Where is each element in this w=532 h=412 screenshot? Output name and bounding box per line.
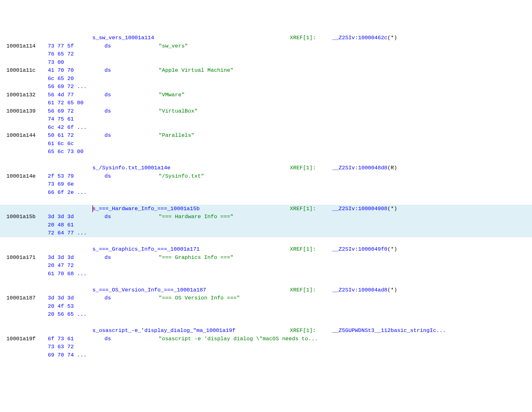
symbol-label[interactable]: s_sw_vers_10001a114: [92, 34, 154, 42]
hex-bytes: 3d 3d 3d: [48, 294, 92, 302]
hex-bytes: 61 6c 6c: [48, 140, 92, 148]
data-row[interactable]: 10001a14e2f 53 79ds"/Sysinfo.txt": [0, 172, 532, 180]
hex-bytes: 73 69 6e: [48, 180, 92, 188]
string-operand[interactable]: "VMware": [159, 92, 185, 98]
string-operand[interactable]: "=== OS Version Info ===": [159, 295, 240, 301]
address[interactable]: 10001a14e: [6, 172, 48, 180]
ellipsis-icon: ...: [77, 124, 87, 130]
data-row[interactable]: 10001a19f6f 73 61ds"osascript -e 'displa…: [0, 335, 532, 343]
bytes-continuation-row: 56 69 72 ...: [0, 83, 532, 91]
label-row[interactable]: s_sw_vers_10001a114XREF[1]: __Z2SIv:1000…: [0, 34, 532, 42]
address[interactable]: 10001a15b: [6, 213, 48, 221]
mnemonic: ds: [104, 294, 159, 302]
mnemonic: ds: [104, 335, 159, 343]
data-row[interactable]: 10001a11473 77 5fds"sw_vers": [0, 42, 532, 50]
string-operand[interactable]: "=== Hardware Info ===": [159, 214, 234, 220]
hex-bytes: 3d 3d 3d: [48, 213, 92, 221]
ellipsis-icon: ...: [77, 189, 87, 195]
hex-bytes: 6c 65 20: [48, 75, 92, 83]
symbol-label[interactable]: s_osascript_-e_'display_dialog_"ma_10001…: [92, 327, 235, 335]
mnemonic: ds: [104, 213, 159, 221]
bytes-continuation-row: 69 70 74 ...: [0, 351, 532, 359]
xref-target[interactable]: __Z2SIv:1000049f0: [332, 246, 387, 252]
address[interactable]: 10001a19f: [6, 335, 48, 343]
address[interactable]: 10001a144: [6, 131, 48, 140]
bytes-cell: [48, 205, 92, 213]
mnemonic: ds: [104, 131, 159, 140]
symbol-label[interactable]: s_===_Graphics_Info_===_10001a171: [92, 245, 200, 254]
blank-row: [0, 156, 532, 164]
hex-bytes: 3d 3d 3d: [48, 254, 92, 262]
data-row[interactable]: 10001a1713d 3d 3dds"=== Graphics Info ==…: [0, 254, 532, 262]
address[interactable]: 10001a187: [6, 294, 48, 302]
bytes-continuation-row: 20 48 61: [0, 221, 532, 229]
data-row[interactable]: 10001a14450 61 72ds"Parallels": [0, 131, 532, 140]
string-operand[interactable]: "VirtualBox": [159, 108, 198, 114]
string-operand[interactable]: "=== Graphics Info ===": [159, 254, 234, 261]
address-cell: [6, 327, 48, 335]
hex-bytes: 76 65 72: [48, 50, 92, 58]
hex-bytes: 6f 73 61: [48, 335, 92, 343]
bytes-continuation-row: 73 69 6e: [0, 180, 532, 188]
hex-bytes: 61 72 65 00: [48, 99, 92, 107]
hex-bytes: 20 48 61: [48, 221, 92, 229]
data-row[interactable]: 10001a13256 4d 77ds"VMware": [0, 91, 532, 99]
string-operand[interactable]: "/Sysinfo.txt": [159, 173, 204, 179]
symbol-label[interactable]: s_===_Hardware_Info_===_10001a15b: [92, 205, 200, 213]
bytes-cell: [48, 286, 92, 294]
mnemonic: ds: [104, 172, 159, 180]
hex-bytes: 41 70 70: [48, 66, 92, 75]
label-row[interactable]: s_/Sysinfo.txt_10001a14eXREF[1]: __Z2SIv…: [0, 164, 532, 172]
bytes-continuation-row: 76 65 72: [0, 50, 532, 58]
disassembly-listing[interactable]: s_sw_vers_10001a114XREF[1]: __Z2SIv:1000…: [0, 33, 532, 360]
ellipsis-icon: ...: [77, 271, 87, 277]
hex-bytes: 50 61 72: [48, 131, 92, 140]
bytes-continuation-row: 73 63 72: [0, 343, 532, 351]
hex-bytes: 20 4f 53: [48, 302, 92, 311]
symbol-label[interactable]: s_/Sysinfo.txt_10001a14e: [92, 164, 170, 172]
label-row[interactable]: s_===_Hardware_Info_===_10001a15bXREF[1]…: [0, 205, 532, 213]
data-row[interactable]: 10001a11c41 70 70ds"Apple Virtual Machin…: [0, 66, 532, 75]
hex-bytes: 73 63 72: [48, 343, 92, 351]
xref-label: XREF[1]:: [290, 246, 316, 252]
ellipsis-icon: ...: [77, 230, 87, 236]
xref-type: (R): [387, 165, 397, 171]
xref-target[interactable]: __Z2SIv:10000462c: [332, 35, 387, 41]
label-row[interactable]: s_===_Graphics_Info_===_10001a171XREF[1]…: [0, 245, 532, 254]
hex-bytes: 61 70 68 ...: [48, 270, 92, 278]
data-row[interactable]: 10001a15b3d 3d 3dds"=== Hardware Info ==…: [0, 213, 532, 221]
xref-type: (*): [387, 35, 397, 41]
hex-bytes: 73 77 5f: [48, 42, 92, 50]
bytes-continuation-row: 72 64 77 ...: [0, 229, 532, 237]
hex-bytes: 72 64 77 ...: [48, 229, 92, 237]
address[interactable]: 10001a11c: [6, 66, 48, 75]
mnemonic: ds: [104, 66, 159, 75]
bytes-continuation-row: 6c 65 20: [0, 75, 532, 83]
label-row[interactable]: s_osascript_-e_'display_dialog_"ma_10001…: [0, 327, 532, 335]
xref-target[interactable]: __Z2SIv:100004ad8: [332, 287, 387, 293]
symbol-label[interactable]: s_===_OS_Version_Info_===_10001a187: [92, 286, 206, 294]
xref-label: XREF[1]:: [290, 327, 316, 334]
hex-bytes: 56 4d 77: [48, 91, 92, 99]
address[interactable]: 10001a171: [6, 254, 48, 262]
address[interactable]: 10001a132: [6, 91, 48, 99]
data-row[interactable]: 10001a1873d 3d 3dds"=== OS Version Info …: [0, 294, 532, 302]
address[interactable]: 10001a139: [6, 107, 48, 115]
xref-target[interactable]: __Z5GUPWDNSt3__112basic_stringIc...: [332, 327, 446, 334]
hex-bytes: 69 70 74 ...: [48, 351, 92, 359]
xref-target[interactable]: __Z2SIv:1000048d8: [332, 165, 387, 171]
hex-bytes: 74 75 61: [48, 115, 92, 123]
bytes-cell: [48, 34, 92, 42]
xref-target[interactable]: __Z2SIv:100004908: [332, 206, 387, 212]
hex-bytes: 20 56 65 ...: [48, 310, 92, 319]
xref-type: (*): [387, 287, 397, 293]
xref-label: XREF[1]:: [290, 206, 316, 212]
string-operand[interactable]: "sw_vers": [159, 43, 188, 49]
string-operand[interactable]: "Apple Virtual Machine": [159, 67, 234, 73]
blank-row: [0, 319, 532, 327]
address[interactable]: 10001a114: [6, 42, 48, 50]
data-row[interactable]: 10001a13956 69 72ds"VirtualBox": [0, 107, 532, 115]
label-row[interactable]: s_===_OS_Version_Info_===_10001a187XREF[…: [0, 286, 532, 294]
string-operand[interactable]: "Parallels": [159, 132, 194, 138]
bytes-continuation-row: 6c 42 6f ...: [0, 123, 532, 132]
